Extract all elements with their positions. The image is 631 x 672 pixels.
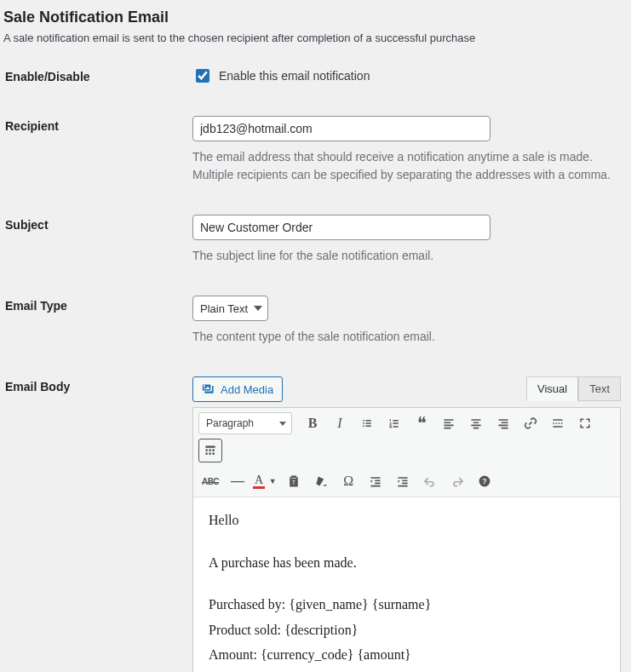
- svg-rect-3: [212, 449, 214, 451]
- email-type-select[interactable]: Plain Text: [192, 296, 268, 321]
- bullet-list-icon[interactable]: [355, 411, 379, 435]
- format-select[interactable]: Paragraph: [198, 412, 292, 434]
- email-body-label: Email Body: [5, 376, 192, 393]
- body-amount: Amount: {currency_code} {amount}: [209, 644, 605, 666]
- body-purchase-made: A purchase has been made.: [209, 552, 605, 574]
- subject-input[interactable]: [192, 215, 490, 240]
- subject-help: The subject line for the sale notificati…: [192, 247, 621, 265]
- subject-row: Subject The subject line for the sale no…: [2, 215, 631, 265]
- enable-checkbox[interactable]: [196, 69, 209, 83]
- recipient-input[interactable]: [192, 116, 490, 141]
- align-right-icon[interactable]: [491, 411, 515, 435]
- paste-text-icon[interactable]: T: [282, 469, 306, 493]
- page-title: Sale Notification Email: [3, 9, 631, 26]
- toolbar-toggle-icon[interactable]: [198, 439, 222, 462]
- subject-label: Subject: [5, 215, 192, 232]
- svg-text:T: T: [292, 480, 295, 485]
- special-char-icon[interactable]: Ω: [336, 469, 360, 493]
- help-icon[interactable]: ?: [473, 469, 496, 493]
- svg-rect-2: [209, 449, 210, 451]
- recipient-label: Recipient: [5, 116, 192, 133]
- redo-icon[interactable]: [445, 469, 469, 493]
- enable-label: Enable/Disable: [5, 66, 192, 83]
- svg-text:?: ?: [482, 477, 486, 485]
- svg-rect-4: [205, 452, 207, 454]
- svg-rect-1: [205, 449, 207, 451]
- email-type-row: Email Type Plain Text The content type o…: [2, 296, 631, 346]
- text-color-control[interactable]: A ▼: [253, 470, 278, 492]
- italic-icon[interactable]: I: [328, 411, 352, 435]
- blockquote-icon[interactable]: ❝: [410, 411, 433, 435]
- tab-text[interactable]: Text: [578, 376, 621, 401]
- email-type-label: Email Type: [5, 296, 192, 313]
- align-left-icon[interactable]: [437, 411, 461, 435]
- text-color-icon: A: [253, 474, 265, 489]
- strikethrough-icon[interactable]: ABC: [198, 469, 222, 493]
- tab-visual[interactable]: Visual: [526, 376, 578, 401]
- body-hello: Hello: [209, 509, 605, 531]
- link-icon[interactable]: [519, 411, 542, 435]
- body-purchased-by: Purchased by: {given_name} {surname}: [209, 594, 605, 616]
- indent-icon[interactable]: [391, 469, 415, 493]
- svg-rect-0: [205, 445, 215, 447]
- svg-rect-5: [209, 452, 210, 454]
- editor-box: Paragraph B I ❝ ABC —: [192, 407, 621, 672]
- outdent-icon[interactable]: [364, 469, 387, 493]
- text-color-dropdown-icon[interactable]: ▼: [267, 470, 278, 492]
- page-subtext: A sale notification email is sent to the…: [3, 32, 631, 44]
- enable-row: Enable/Disable Enable this email notific…: [2, 66, 631, 85]
- email-body-row: Email Body Add Media Visual Text Paragra…: [2, 376, 631, 672]
- clear-formatting-icon[interactable]: [309, 469, 333, 493]
- numbered-list-icon[interactable]: [382, 411, 406, 435]
- enable-checkbox-text: Enable this email notification: [219, 69, 370, 83]
- align-center-icon[interactable]: [464, 411, 488, 435]
- enable-checkbox-label[interactable]: Enable this email notification: [192, 66, 621, 85]
- fullscreen-icon[interactable]: [573, 411, 597, 435]
- editor-content[interactable]: Hello A purchase has been made. Purchase…: [193, 497, 620, 672]
- email-type-help: The content type of the sale notificatio…: [192, 328, 621, 346]
- svg-rect-6: [212, 452, 214, 454]
- horizontal-rule-icon[interactable]: —: [226, 469, 250, 493]
- read-more-icon[interactable]: [546, 411, 570, 435]
- body-product-sold: Product sold: {description}: [209, 619, 605, 641]
- recipient-row: Recipient The email address that should …: [2, 116, 631, 184]
- undo-icon[interactable]: [418, 469, 442, 493]
- add-media-button[interactable]: Add Media: [192, 376, 283, 402]
- recipient-help: The email address that should receive a …: [192, 148, 621, 184]
- editor-toolbar: Paragraph B I ❝ ABC —: [193, 408, 620, 497]
- bold-icon[interactable]: B: [301, 411, 324, 435]
- add-media-label: Add Media: [221, 383, 273, 396]
- media-icon: [202, 382, 215, 396]
